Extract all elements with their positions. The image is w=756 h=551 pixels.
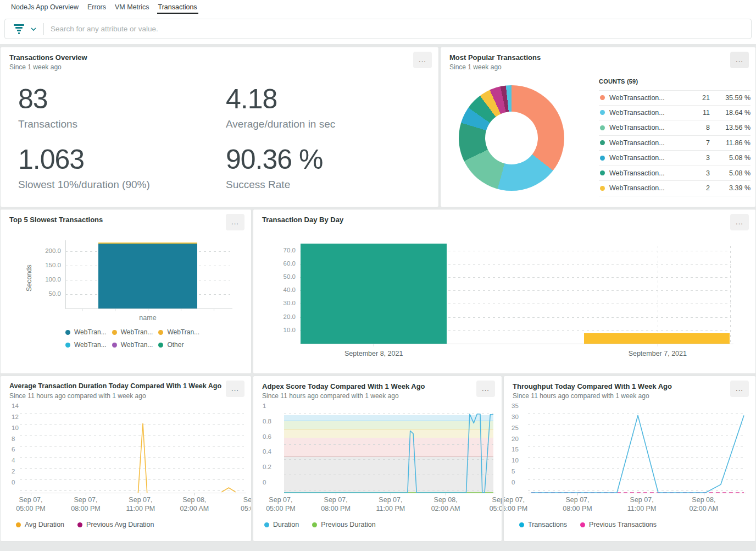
legend-item[interactable]: WebTran... <box>158 328 199 336</box>
chart-series <box>284 411 493 494</box>
x-tick-label: Sep 07, 11:00 PM <box>609 495 675 514</box>
tab-transactions[interactable]: Transactions <box>158 0 197 14</box>
legend-item[interactable]: WebTran... <box>112 341 153 349</box>
metric-value: 4.18 <box>226 85 335 114</box>
x-tick-mark <box>374 344 374 346</box>
card-top-5-slowest-transactions: Top 5 Slowest Transactions ... 50.0100.0… <box>0 209 252 374</box>
card-menu-button[interactable]: ... <box>730 52 749 68</box>
legend-color-dot <box>519 522 524 527</box>
legend-color-dot <box>112 343 117 348</box>
legend-item[interactable]: WebTran... <box>65 341 107 349</box>
legend-item[interactable]: Avg Duration <box>16 521 64 528</box>
tab-errors[interactable]: Errors <box>87 0 106 14</box>
card-menu-button[interactable]: ... <box>476 381 495 397</box>
card-menu-button[interactable]: ... <box>730 214 749 230</box>
x-tick-mark <box>214 308 214 311</box>
counts-table-header: COUNTS (59) <box>599 78 638 85</box>
y-tick-label: 0.8 <box>263 418 271 425</box>
x-axis-title: name <box>65 314 230 322</box>
y-tick-label: 4 <box>12 458 15 464</box>
y-tick-label: 2 <box>12 469 15 475</box>
dashboard-page: NodeJs App Overview Errors VM Metrics Tr… <box>0 0 756 551</box>
legend-item[interactable]: Previous Duration <box>312 521 375 528</box>
y-tick-label: 10.0 <box>269 327 296 334</box>
legend-label: WebTran... <box>121 341 153 349</box>
legend-item[interactable]: WebTran... <box>112 328 153 336</box>
table-row[interactable]: WebTransaction...711.86 % <box>599 136 751 151</box>
y-tick-label: 20 <box>512 436 519 443</box>
y-tick-label: 40.0 <box>269 287 296 294</box>
card-menu-button[interactable]: ... <box>226 381 244 397</box>
legend-label: WebTran... <box>74 341 107 349</box>
filter-funnel-icon[interactable] <box>14 24 24 34</box>
legend-item[interactable]: Previous Avg Duration <box>77 521 154 528</box>
bar-chart: 50.0100.0150.0200.0 <box>1 210 251 373</box>
metric-value: 1.063 <box>18 145 150 174</box>
legend-color-dot <box>580 522 585 527</box>
chart-series <box>528 411 744 494</box>
series-color-dot <box>600 95 605 100</box>
y-tick-label: 6 <box>12 447 15 453</box>
card-adpex-score: Adpex Score Today Compared With 1 Week A… <box>253 376 502 542</box>
table-row[interactable]: WebTransaction...1118.64 % <box>599 106 751 121</box>
y-tick-label: 50.0 <box>35 291 61 297</box>
x-tick-mark <box>115 308 115 311</box>
y-tick-label: 0 <box>512 480 515 486</box>
tab-nodejs-app-overview[interactable]: NodeJs App Overview <box>11 0 79 14</box>
x-tick-mark <box>148 308 148 311</box>
legend-label: Duration <box>273 521 299 528</box>
chart-series <box>20 411 244 494</box>
series-color-dot <box>600 156 605 161</box>
legend-item[interactable]: Other <box>158 341 184 349</box>
card-transactions-overview: Transactions Overview Since 1 week ago .… <box>0 47 439 207</box>
legend-color-dot <box>312 522 317 527</box>
metric-value: 90.36 % <box>226 145 323 174</box>
y-tick-label: 0.2 <box>263 464 271 471</box>
metric-success-rate: 90.36 % Success Rate <box>226 145 323 191</box>
row-percent: 13.56 % <box>710 124 751 131</box>
legend-color-dot <box>158 330 163 335</box>
chevron-down-icon[interactable] <box>30 27 37 31</box>
y-axis-title: Seconds <box>25 258 33 291</box>
bar-segment <box>98 244 197 308</box>
legend-item[interactable]: Transactions <box>519 521 567 528</box>
card-average-transaction-duration: Average Transaction Duration Today Compa… <box>0 376 252 542</box>
legend-color-dot <box>65 330 70 335</box>
table-row[interactable]: WebTransaction...35.08 % <box>599 151 751 166</box>
table-row[interactable]: WebTransaction...813.56 % <box>599 120 751 136</box>
card-menu-button[interactable]: ... <box>226 214 244 230</box>
row-percent: 5.08 % <box>710 154 751 162</box>
row-percent: 5.08 % <box>710 169 751 177</box>
x-tick-label: September 7, 2021 <box>625 349 691 358</box>
legend-color-dot <box>16 522 21 527</box>
legend-color-dot <box>77 522 82 527</box>
legend-label: Other <box>167 341 184 349</box>
x-tick-label: Sep 08, 02:00 AM <box>162 495 227 514</box>
card-menu-button[interactable]: ... <box>413 52 432 68</box>
row-count: 2 <box>685 184 710 192</box>
row-count: 7 <box>685 139 710 147</box>
legend-label: Previous Duration <box>321 521 375 528</box>
search-input[interactable] <box>51 19 751 38</box>
legend-item[interactable]: WebTran... <box>65 328 107 336</box>
card-menu-button[interactable]: ... <box>730 381 749 397</box>
line-chart: 00.20.40.60.81Sep 07, 05:00 PMSep 07, 08… <box>253 376 502 541</box>
y-tick-label: 1 <box>263 403 266 410</box>
legend-item[interactable]: Previous Transactions <box>580 521 657 528</box>
table-row[interactable]: WebTransaction...23.39 % <box>599 181 751 196</box>
y-tick-label: 150.0 <box>35 262 61 269</box>
tab-vm-metrics[interactable]: VM Metrics <box>115 0 149 14</box>
row-label: WebTransaction... <box>609 184 685 192</box>
card-throughput: Throughput Today Compared With 1 Week Ag… <box>503 376 756 542</box>
row-label: WebTransaction... <box>609 124 685 131</box>
legend-label: Previous Transactions <box>589 521 657 528</box>
legend-item[interactable]: Duration <box>264 521 299 528</box>
table-row[interactable]: WebTransaction...35.08 % <box>599 166 751 181</box>
y-tick-label: 100.0 <box>35 277 61 283</box>
x-tick-label: Sep 08, 02:00 AM <box>413 495 479 514</box>
table-row[interactable]: WebTransaction...2135.59 % <box>599 90 751 106</box>
y-axis-line <box>65 240 66 308</box>
x-tick-label: Sep 07, 05:00 PM <box>503 495 546 514</box>
card-most-popular-transactions: Most Popular Transactions Since 1 week a… <box>440 47 756 207</box>
y-tick-label: 0.6 <box>263 434 271 440</box>
